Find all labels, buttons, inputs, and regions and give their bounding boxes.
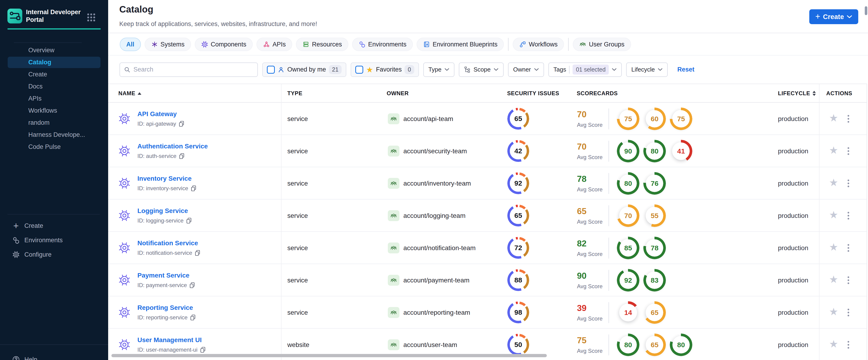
copy-icon[interactable] [179,121,185,127]
row-menu-button[interactable] [846,275,850,286]
sidebar-item-apis[interactable]: APIs [8,93,100,104]
favorite-star-button[interactable]: ★ [829,177,838,188]
copy-icon[interactable] [200,347,206,353]
copy-icon[interactable] [190,185,196,191]
row-menu-button[interactable] [846,307,850,318]
column-header-scorecards: SCORECARDS [577,90,618,97]
favorite-star-button[interactable]: ★ [829,242,838,252]
entity-name-link[interactable]: API Gateway [137,110,185,118]
divider [609,205,609,226]
favorite-star-button[interactable]: ★ [829,274,838,284]
filter-dropdown-type[interactable]: Type [423,62,455,77]
row-menu-button[interactable] [846,114,850,124]
row-menu-button[interactable] [846,243,850,253]
entity-name-link[interactable]: Reporting Service [137,304,196,311]
filter-dropdown-lifecycle[interactable]: Lifecycle [626,62,668,77]
row-menu-button[interactable] [846,146,850,156]
sidebar-item-overview[interactable]: Overview [8,44,100,56]
components-icon [201,41,208,48]
owner-group-icon [388,113,399,124]
avg-score-label: Avg Score [577,154,602,160]
tab-user-groups[interactable]: User Groups [573,38,631,51]
sidebar-item-random[interactable]: random [8,117,100,128]
divider [569,66,569,73]
favorite-star-button[interactable]: ★ [829,210,838,220]
reset-filters-link[interactable]: Reset [677,66,694,73]
tab-environments[interactable]: Environments [352,38,413,51]
lifecycle-cell: production [778,244,808,252]
tab-components[interactable]: Components [195,38,253,51]
entity-id-row: ID: auth-service [137,153,208,159]
tab-resources[interactable]: Resources [296,38,348,51]
sidebar-secondary-nav: +CreateEnvironmentsConfigure [8,219,100,263]
table-row[interactable]: API GatewayID: api-gatewayserviceaccount… [108,103,867,135]
sidebar: Internal Developer Portal OverviewCatalo… [0,0,108,360]
entity-name-link[interactable]: User Management UI [137,336,206,344]
scorecard-ring: 65 [643,333,666,356]
copy-icon[interactable] [189,282,195,289]
entity-name-link[interactable]: Logging Service [137,207,192,215]
chevron-down-icon [494,68,498,71]
row-menu-button[interactable] [846,339,850,350]
sidebar-item-environments[interactable]: Environments [8,234,100,247]
owned-by-me-filter[interactable]: Owned by me 21 [262,62,346,77]
vertical-scrollbar-thumb[interactable] [865,6,867,15]
favorites-filter[interactable]: ★ Favorites 0 [351,62,419,77]
scorecards-cell: 1465 [617,301,666,324]
resources-icon [302,41,309,48]
sidebar-item-configure[interactable]: Configure [8,248,100,261]
entity-id-row: ID: inventory-service [137,185,196,191]
table-row[interactable]: Reporting ServiceID: reporting-servicese… [108,296,867,329]
security-issues-count: 88 [507,269,529,291]
sidebar-item-code-pulse[interactable]: Code Pulse [8,141,100,153]
sidebar-item-catalog[interactable]: Catalog [8,57,100,68]
page-header: Catalog Keep track of applications, serv… [108,0,868,33]
table-row[interactable]: Inventory ServiceID: inventory-servicese… [108,167,867,200]
tab-environment-blueprints[interactable]: Environment Blueprints [416,38,504,51]
tab-workflows[interactable]: Workflows [513,38,564,51]
tab-all[interactable]: All [120,38,141,51]
sidebar-item-create[interactable]: +Create [8,219,100,232]
favorite-star-button[interactable]: ★ [829,113,838,123]
column-header-name[interactable]: NAME [118,90,141,97]
search-input[interactable] [133,66,254,73]
sidebar-item-help[interactable]: Help [8,353,100,360]
create-button[interactable]: + Create [809,9,858,24]
table-row[interactable]: Logging ServiceID: logging-serviceservic… [108,200,867,232]
tab-systems[interactable]: Systems [145,38,191,51]
owned-by-me-checkbox[interactable] [267,66,275,73]
entity-name-link[interactable]: Notification Service [137,239,200,247]
favorite-star-button[interactable]: ★ [829,145,838,155]
copy-icon[interactable] [186,217,192,224]
security-issues-ring: 72 [507,237,529,259]
filter-dropdown-owner[interactable]: Owner [508,62,544,77]
favorites-checkbox[interactable] [355,66,363,73]
copy-icon[interactable] [190,314,196,321]
entity-id-row: ID: payment-service [137,282,195,289]
sidebar-item-docs[interactable]: Docs [8,81,100,92]
column-header-lifecycle[interactable]: LIFECYCLE [778,90,816,97]
entity-name-link[interactable]: Inventory Service [137,175,196,182]
copy-icon[interactable] [194,250,200,256]
favorite-star-button[interactable]: ★ [829,307,838,317]
table-row[interactable]: Notification ServiceID: notification-ser… [108,232,867,264]
entity-name-link[interactable]: Payment Service [137,272,195,279]
horizontal-scrollbar-thumb[interactable] [112,354,547,357]
sidebar-item-workflows[interactable]: Workflows [8,105,100,116]
table-row[interactable]: Payment ServiceID: payment-serviceservic… [108,264,867,296]
table-row[interactable]: Authentication ServiceID: auth-servicese… [108,135,867,167]
tab-apis[interactable]: APIs [256,38,292,51]
app-switcher-grid-icon[interactable] [87,13,95,21]
sort-ascending-icon [137,92,141,95]
security-issues-ring: 98 [507,301,529,323]
row-menu-button[interactable] [846,210,850,221]
favorite-star-button[interactable]: ★ [829,339,838,349]
copy-icon[interactable] [179,153,185,159]
filter-dropdown-tags[interactable]: Tags01 selected [549,62,622,77]
sidebar-item-harness-develope[interactable]: Harness Develope... [8,129,100,141]
row-menu-button[interactable] [846,178,850,188]
sidebar-item-create[interactable]: Create [8,69,100,80]
filter-dropdown-scope[interactable]: Scope [459,62,504,77]
entity-name-link[interactable]: Authentication Service [137,143,208,150]
owner-group-icon [388,242,399,253]
